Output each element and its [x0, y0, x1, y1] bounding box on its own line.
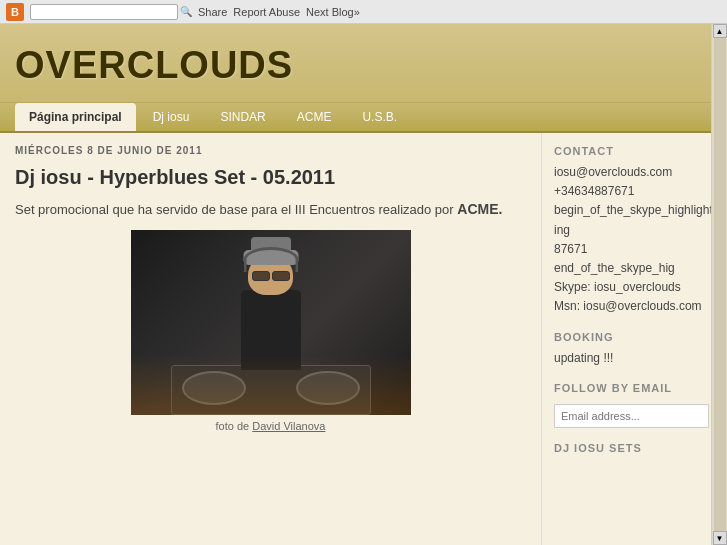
vertical-scrollbar: ▲ ▼	[711, 24, 727, 545]
post-image-container: foto de David Vilanova	[15, 230, 526, 432]
post-body-text: Set promocional que ha servido de base p…	[15, 202, 454, 217]
tab-acme[interactable]: ACME	[283, 103, 346, 131]
caption-author-link[interactable]: David Vilanova	[252, 420, 325, 432]
post-body-strong: ACME.	[457, 201, 502, 217]
search-icon: 🔍	[180, 6, 192, 17]
share-link[interactable]: Share	[198, 6, 227, 18]
blogger-logo: B	[6, 3, 24, 21]
tab-dj-iosu[interactable]: Dj iosu	[139, 103, 204, 131]
sidebar-contact-phone: +34634887671	[554, 182, 715, 201]
post-image-caption: foto de David Vilanova	[15, 420, 526, 432]
sidebar-skype-highlight-end: end_of_the_skype_hig	[554, 259, 715, 278]
sidebar-follow-title: FOLLOW BY EMAIL	[554, 382, 715, 394]
caption-prefix: foto de	[216, 420, 250, 432]
sidebar-email-input[interactable]	[554, 404, 709, 428]
post-date: MIÉRCOLES 8 DE JUNIO DE 2011	[15, 145, 526, 156]
sidebar-contact-email: iosu@overclouds.com	[554, 163, 715, 182]
sidebar-contact-phone2: 87671	[554, 240, 715, 259]
blog-nav: Página principal Dj iosu SINDAR ACME U.S…	[0, 103, 727, 133]
scroll-up-button[interactable]: ▲	[713, 24, 727, 38]
post-image	[131, 230, 411, 415]
sidebar: CONTACT iosu@overclouds.com +34634887671…	[542, 133, 727, 545]
sidebar-booking-title: BOOKING	[554, 331, 715, 343]
sidebar-contact-title: CONTACT	[554, 145, 715, 157]
sidebar-contact-skype: Skype: iosu_overclouds	[554, 278, 715, 297]
next-blog-link[interactable]: Next Blog»	[306, 6, 360, 18]
blog-header: OVERCLOUDS	[0, 24, 727, 103]
tab-pagina-principal[interactable]: Página principal	[15, 103, 136, 131]
blog-title: OVERCLOUDS	[15, 44, 712, 87]
topbar-search-input[interactable]	[30, 4, 178, 20]
scroll-track[interactable]	[714, 38, 726, 531]
tab-usb[interactable]: U.S.B.	[348, 103, 411, 131]
post-body: Set promocional que ha servido de base p…	[15, 199, 526, 220]
sidebar-booking-text: updating !!!	[554, 349, 715, 368]
main-column: MIÉRCOLES 8 DE JUNIO DE 2011 Dj iosu - H…	[0, 133, 542, 545]
content-area: MIÉRCOLES 8 DE JUNIO DE 2011 Dj iosu - H…	[0, 133, 727, 545]
topbar: B 🔍 Share Report Abuse Next Blog»	[0, 0, 727, 24]
post-title: Dj iosu - Hyperblues Set - 05.2011	[15, 166, 526, 189]
sidebar-skype-highlight-start: begin_of_the_skype_highlighting	[554, 201, 715, 239]
scroll-down-button[interactable]: ▼	[713, 531, 727, 545]
blog-container: OVERCLOUDS Página principal Dj iosu SIND…	[0, 24, 727, 545]
report-abuse-link[interactable]: Report Abuse	[233, 6, 300, 18]
sidebar-contact-msn: Msn: iosu@overclouds.com	[554, 297, 715, 316]
tab-sindar[interactable]: SINDAR	[206, 103, 279, 131]
sidebar-dj-sets-title: DJ IOSU SETS	[554, 442, 715, 454]
